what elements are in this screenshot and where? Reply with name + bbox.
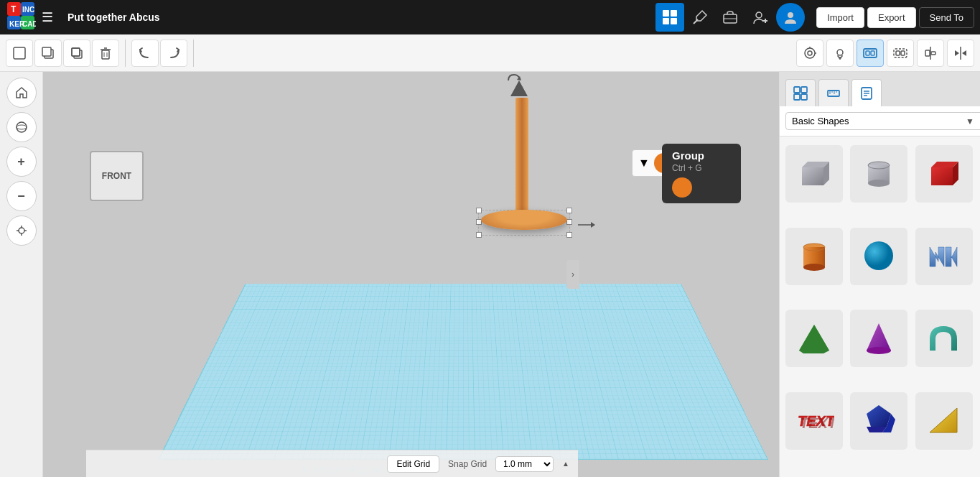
svg-text:INC: INC [22, 6, 34, 14]
svg-point-35 [837, 50, 843, 55]
svg-text:T: T [11, 4, 17, 14]
light-btn[interactable] [826, 40, 854, 67]
svg-rect-64 [828, 91, 839, 96]
shape-pyramid-yellow[interactable] [915, 392, 973, 450]
shape-cone-purple[interactable] [850, 310, 907, 367]
export-btn[interactable]: Export [867, 7, 916, 28]
svg-rect-9 [663, 10, 669, 17]
send-to-btn[interactable]: Send To [919, 7, 974, 28]
svg-point-49 [17, 125, 27, 129]
svg-rect-46 [931, 52, 935, 55]
svg-rect-42 [896, 51, 900, 55]
delete-btn[interactable] [92, 40, 119, 67]
copy-btn[interactable] [34, 40, 62, 67]
zoom-in-btn[interactable]: + [6, 147, 37, 177]
sel-handle-br[interactable] [566, 232, 572, 238]
shape-cylinder-orange[interactable] [785, 228, 843, 285]
bottom-bar: Edit Grid Snap Grid 1.0 mm 0.1 mm 0.5 mm… [86, 450, 578, 477]
snap-grid-label: Snap Grid [448, 459, 487, 469]
shape-box-red[interactable] [915, 145, 973, 203]
shape-cylinder-gray[interactable] [850, 145, 907, 203]
shape-sphere-blue[interactable] [850, 228, 907, 285]
svg-rect-26 [102, 50, 109, 59]
svg-point-91 [867, 347, 891, 354]
svg-point-50 [19, 228, 24, 233]
svg-line-13 [694, 19, 698, 24]
topbar-actions: Import Export Send To [816, 7, 974, 28]
duplicate-btn[interactable] [63, 40, 90, 67]
camera-btn[interactable] [796, 40, 823, 67]
tab-grid[interactable] [785, 79, 816, 106]
shape-arch-teal[interactable] [915, 310, 973, 367]
svg-point-85 [803, 264, 825, 271]
panel-collapse-btn[interactable]: › [566, 260, 579, 289]
sel-handle-bl[interactable] [476, 232, 482, 238]
flip-btn[interactable] [947, 40, 974, 67]
briefcase-btn[interactable] [716, 3, 745, 32]
sel-handle-tr[interactable] [566, 208, 572, 213]
svg-rect-12 [671, 18, 677, 24]
shape-box-gray[interactable] [785, 145, 843, 203]
shape-type-select[interactable]: Basic Shapes Letters & Numbers Connector… [785, 112, 980, 130]
svg-point-31 [805, 48, 815, 58]
tooltip-title: Group [672, 149, 731, 162]
svg-point-48 [17, 122, 27, 132]
zoom-out-btn[interactable]: − [6, 181, 37, 211]
svg-rect-74 [802, 167, 823, 185]
object-rod [515, 98, 528, 220]
edit-grid-btn[interactable]: Edit Grid [387, 455, 439, 473]
svg-point-16 [756, 12, 762, 18]
menu-icon[interactable]: ☰ [42, 9, 53, 25]
topbar: T INC KER CAD ☰ Put together Abcus [0, 0, 980, 34]
svg-rect-61 [801, 87, 807, 93]
left-sidebar: + − [0, 72, 43, 477]
toolbar [0, 34, 980, 72]
group-btn[interactable] [857, 40, 884, 67]
panel-tabs [780, 72, 980, 106]
fit-all-btn[interactable] [6, 216, 37, 246]
svg-rect-60 [794, 87, 800, 93]
history-tools [131, 40, 194, 67]
sel-handle-mr[interactable] [566, 219, 572, 225]
svg-marker-57 [591, 222, 595, 228]
tools-btn[interactable] [686, 3, 714, 32]
rotation-handle[interactable] [505, 72, 523, 92]
undo-btn[interactable] [131, 40, 159, 67]
profile-btn[interactable] [776, 3, 805, 32]
new-btn[interactable] [6, 40, 33, 67]
svg-rect-63 [801, 94, 807, 100]
svg-point-32 [808, 51, 812, 55]
grid-view-btn[interactable] [655, 3, 684, 32]
import-btn[interactable]: Import [816, 7, 864, 28]
canvas-area[interactable]: FRONT Workplane [43, 72, 779, 477]
redo-btn[interactable] [160, 40, 187, 67]
ungroup-btn[interactable] [887, 40, 914, 67]
logo[interactable]: T INC KER CAD [6, 1, 36, 34]
shapes-grid: TEXT TEXT [780, 136, 980, 477]
add-user-btn[interactable] [746, 3, 775, 32]
sel-handle-tl[interactable] [476, 208, 482, 213]
tab-ruler[interactable] [818, 79, 849, 106]
nav-icons [655, 3, 805, 32]
shape-text-3d-red[interactable]: TEXT TEXT [785, 392, 843, 450]
shape-pentagon-blue[interactable] [850, 392, 907, 450]
svg-rect-43 [901, 51, 905, 55]
tab-notes[interactable] [851, 79, 882, 106]
shape-pyramid-green[interactable] [785, 310, 843, 367]
tooltip-shortcut: Ctrl + G [672, 163, 731, 173]
svg-text:CAD: CAD [22, 20, 36, 28]
align-btn[interactable] [917, 40, 944, 67]
shape-selector-bar: Basic Shapes Letters & Numbers Connector… [780, 106, 980, 136]
orbit-btn[interactable] [6, 112, 37, 142]
home-view-btn[interactable] [6, 78, 37, 108]
svg-rect-10 [671, 10, 677, 17]
svg-rect-45 [925, 50, 930, 56]
main-area: + − FRONT Workplane [0, 72, 980, 477]
svg-rect-22 [42, 47, 51, 56]
svg-text:TEXT: TEXT [800, 415, 834, 431]
shape-text-blue[interactable] [915, 228, 973, 285]
right-panel: Basic Shapes Letters & Numbers Connector… [779, 72, 980, 477]
svg-rect-24 [72, 48, 80, 56]
view-dropdown-arrow[interactable]: ▼ [638, 157, 650, 170]
snap-grid-select[interactable]: 1.0 mm 0.1 mm 0.5 mm 2.0 mm 5.0 mm 10.0 … [495, 456, 554, 472]
